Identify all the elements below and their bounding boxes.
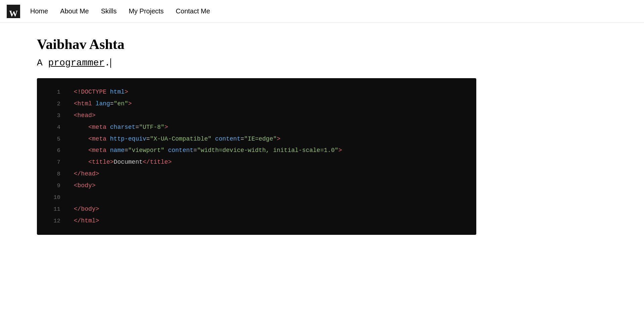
code-line-3: 3 <head> xyxy=(37,110,476,121)
code-line-1: 1 <!DOCTYPE html> xyxy=(37,86,476,98)
code-content-1: <!DOCTYPE html> xyxy=(74,87,128,97)
subtitle-suffix: . xyxy=(105,58,110,68)
code-content-8: </head> xyxy=(74,169,99,179)
nav-links: Home About Me Skills My Projects Contact… xyxy=(30,7,210,15)
line-number-7: 7 xyxy=(47,158,60,167)
code-content-7: <title>Document</title> xyxy=(74,157,172,167)
nav-item-contact[interactable]: Contact Me xyxy=(176,7,210,15)
nav-link-skills[interactable]: Skills xyxy=(101,7,117,15)
code-line-9: 9 <body> xyxy=(37,180,476,192)
code-line-8: 8 </head> xyxy=(37,168,476,180)
line-number-6: 6 xyxy=(47,146,60,156)
subtitle-typed: programmer xyxy=(48,58,105,68)
code-block: 1 <!DOCTYPE html> 2 <html lang="en"> 3 <… xyxy=(37,78,476,235)
navbar: W Home About Me Skills My Projects Conta… xyxy=(0,0,644,23)
code-content-5: <meta http-equiv="X-UA-Compatible" conte… xyxy=(74,134,280,144)
code-line-12: 12 </html> xyxy=(37,215,476,227)
code-line-4: 4 <meta charset="UTF-8"> xyxy=(37,121,476,133)
code-line-2: 2 <html lang="en"> xyxy=(37,98,476,110)
line-number-3: 3 xyxy=(47,111,60,121)
subtitle-prefix: A xyxy=(37,58,48,68)
nav-link-contact[interactable]: Contact Me xyxy=(176,7,210,15)
code-line-10: 10 xyxy=(37,192,476,203)
line-number-5: 5 xyxy=(47,135,60,144)
hero-subtitle: A programmer. xyxy=(37,58,607,68)
text-cursor xyxy=(110,58,111,68)
nav-item-projects[interactable]: My Projects xyxy=(129,7,164,15)
code-content-9: <body> xyxy=(74,180,96,191)
line-number-11: 11 xyxy=(47,205,60,214)
nav-item-home[interactable]: Home xyxy=(30,7,48,15)
nav-item-skills[interactable]: Skills xyxy=(101,7,117,15)
code-content-4: <meta charset="UTF-8"> xyxy=(74,122,168,133)
nav-link-projects[interactable]: My Projects xyxy=(129,7,164,15)
line-number-9: 9 xyxy=(47,181,60,191)
code-content-12: </html> xyxy=(74,216,99,226)
code-line-5: 5 <meta http-equiv="X-UA-Compatible" con… xyxy=(37,133,476,145)
line-number-4: 4 xyxy=(47,123,60,133)
code-content-3: <head> xyxy=(74,110,96,121)
code-content-6: <meta name="viewport" content="width=dev… xyxy=(74,145,342,156)
code-content-2: <html lang="en"> xyxy=(74,99,132,109)
code-line-6: 6 <meta name="viewport" content="width=d… xyxy=(37,145,476,156)
code-line-11: 11 </body> xyxy=(37,203,476,215)
nav-link-home[interactable]: Home xyxy=(30,7,48,15)
line-number-2: 2 xyxy=(47,99,60,109)
nav-link-about[interactable]: About Me xyxy=(60,7,89,15)
line-number-12: 12 xyxy=(47,216,60,226)
nav-item-about[interactable]: About Me xyxy=(60,7,89,15)
page-title: Vaibhav Ashta xyxy=(37,36,607,52)
code-content-10 xyxy=(74,192,77,203)
line-number-1: 1 xyxy=(47,88,60,97)
line-number-8: 8 xyxy=(47,169,60,179)
code-content-11: </body> xyxy=(74,204,99,214)
main-content: Vaibhav Ashta A programmer. 1 <!DOCTYPE … xyxy=(0,23,644,248)
site-logo[interactable]: W xyxy=(7,5,20,18)
line-number-10: 10 xyxy=(47,193,60,203)
svg-text:W: W xyxy=(9,8,18,18)
code-line-7: 7 <title>Document</title> xyxy=(37,156,476,168)
